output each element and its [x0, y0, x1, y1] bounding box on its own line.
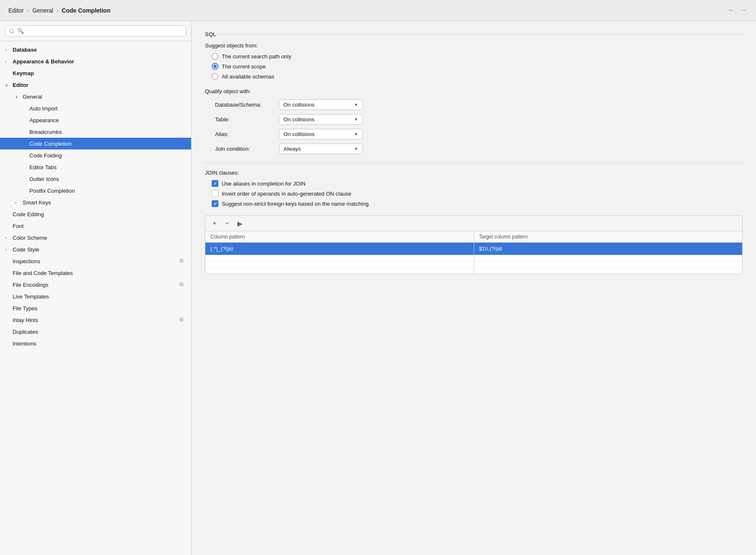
dropdown-alias[interactable]: On collisions ▼: [279, 129, 363, 139]
table-cell-target-pattern: $1\\.(?i)id: [474, 243, 742, 255]
sidebar-item-live-templates[interactable]: Live Templates: [0, 291, 191, 302]
search-box: [0, 21, 191, 41]
nav-tree: › Database › Appearance & Behavior Keyma…: [0, 41, 191, 555]
run-button[interactable]: ▶: [235, 218, 245, 228]
sidebar-item-code-style[interactable]: › Code Style: [0, 243, 191, 255]
content-area: SQL Suggest objects from: The current se…: [192, 21, 756, 555]
breadcrumb-current: Code Completion: [62, 7, 110, 14]
sidebar-item-label: Inlay Hints: [13, 317, 38, 323]
checkbox-checked: [212, 200, 218, 207]
checkbox-use-aliases[interactable]: Use aliases in completion for JOIN: [212, 180, 743, 187]
search-input[interactable]: [5, 25, 186, 37]
radio-all-schemas[interactable]: All available schemas: [212, 73, 743, 80]
field-label-database-schema: Database/Schema:: [215, 102, 274, 108]
table-row[interactable]: (.*)_(?i)id $1\\.(?i)id: [205, 243, 742, 255]
sidebar-item-smart-keys[interactable]: › Smart Keys: [0, 196, 191, 208]
sidebar-item-postfix-completion[interactable]: Postfix Completion: [0, 185, 191, 196]
checkbox-suggest-foreign-keys[interactable]: Suggest non-strict foreign keys based on…: [212, 200, 743, 207]
dropdown-table[interactable]: On collisions ▼: [279, 114, 363, 125]
checkbox-invert-order[interactable]: Invert order of operands in auto-generat…: [212, 190, 743, 197]
sidebar-item-database[interactable]: › Database: [0, 44, 191, 55]
checkbox-label: Invert order of operands in auto-generat…: [222, 191, 352, 197]
main-layout: › Database › Appearance & Behavior Keyma…: [0, 21, 756, 555]
sidebar-item-general[interactable]: ∨ General: [0, 91, 191, 102]
sidebar-item-label: Color Scheme: [13, 235, 47, 241]
radio-circle: [212, 53, 218, 60]
remove-row-button[interactable]: −: [222, 218, 232, 228]
qualify-label: Qualify object with:: [205, 88, 743, 94]
sidebar-item-label: Breadcrumbs: [29, 129, 62, 135]
sidebar-item-auto-import[interactable]: Auto Import: [0, 102, 191, 114]
sidebar-item-label: Editor: [13, 82, 29, 88]
add-row-button[interactable]: +: [210, 218, 220, 228]
field-row-alias: Alias: On collisions ▼: [215, 129, 743, 139]
settings-icon: ⊞: [179, 317, 186, 323]
sidebar-item-breadcrumbs[interactable]: Breadcrumbs: [0, 126, 191, 138]
sidebar-item-color-scheme[interactable]: › Color Scheme: [0, 232, 191, 243]
sidebar-item-label: Intentions: [13, 340, 36, 347]
table-row-empty: [205, 255, 742, 262]
table-row-empty: [205, 262, 742, 268]
sidebar-item-label: Duplicates: [13, 329, 38, 335]
sidebar-item-code-editing[interactable]: Code Editing: [0, 208, 191, 220]
forward-arrow[interactable]: →: [740, 6, 748, 15]
sidebar-item-font[interactable]: Font: [0, 220, 191, 232]
nav-arrows: ← →: [727, 6, 748, 15]
sidebar-item-intentions[interactable]: Intentions: [0, 338, 191, 349]
checkbox-unchecked: [212, 190, 218, 197]
sidebar-item-code-completion[interactable]: Code Completion: [0, 138, 191, 149]
breadcrumb-sep-2: ›: [57, 7, 58, 13]
table-row-empty: [205, 268, 742, 274]
table-cell-empty: [205, 268, 474, 274]
sidebar-item-file-code-templates[interactable]: File and Code Templates: [0, 267, 191, 279]
dropdown-value: Always: [284, 146, 301, 152]
radio-circle-checked: [212, 63, 218, 70]
radio-current-scope[interactable]: The current scope: [212, 63, 743, 70]
chevron-right-icon: ›: [5, 247, 11, 252]
sidebar-item-label: Appearance & Behavior: [13, 58, 74, 65]
sidebar-item-inlay-hints[interactable]: Inlay Hints ⊞: [0, 314, 191, 326]
sidebar-item-gutter-icons[interactable]: Gutter Icons: [0, 173, 191, 185]
sidebar-item-label: Inspections: [13, 258, 40, 264]
breadcrumb-editor: Editor: [8, 7, 24, 14]
dropdown-database-schema[interactable]: On collisions ▼: [279, 99, 363, 110]
sidebar-item-file-encodings[interactable]: File Encodings ⊞: [0, 279, 191, 291]
sidebar-item-label: Database: [13, 47, 37, 53]
sidebar-item-code-folding[interactable]: Code Folding: [0, 149, 191, 161]
back-arrow[interactable]: ←: [727, 6, 735, 15]
column-header-target: Target column pattern: [474, 231, 742, 243]
table-cell-empty: [205, 255, 474, 262]
sidebar-item-keymap[interactable]: Keymap: [0, 67, 191, 79]
dropdown-join-condition[interactable]: Always ▼: [279, 144, 363, 154]
sidebar-item-label: File Encodings: [13, 282, 48, 288]
sidebar-item-file-types[interactable]: File Types: [0, 302, 191, 314]
chevron-right-icon: ›: [5, 47, 11, 52]
sidebar-item-editor-tabs[interactable]: Editor Tabs: [0, 161, 191, 173]
sidebar-item-label: Postfix Completion: [29, 188, 75, 194]
sidebar-item-label: Auto Import: [29, 105, 58, 112]
radio-label: The current scope: [222, 63, 266, 70]
radio-circle: [212, 73, 218, 80]
sidebar-item-appearance-behavior[interactable]: › Appearance & Behavior: [0, 55, 191, 67]
sidebar-item-label: Code Completion: [29, 141, 71, 147]
breadcrumb-sep-1: ›: [27, 7, 29, 13]
sidebar-item-editor[interactable]: ∨ Editor: [0, 79, 191, 91]
sidebar-item-appearance[interactable]: Appearance: [0, 114, 191, 126]
sidebar-item-inspections[interactable]: Inspections ⊞: [0, 255, 191, 267]
sidebar-item-duplicates[interactable]: Duplicates: [0, 326, 191, 338]
radio-label: The current search path only: [222, 53, 291, 60]
sidebar-item-label: Live Templates: [13, 293, 49, 300]
radio-current-search-path[interactable]: The current search path only: [212, 53, 743, 60]
checkbox-label: Suggest non-strict foreign keys based on…: [222, 201, 369, 207]
radio-group: The current search path only The current…: [212, 53, 743, 80]
sidebar-item-label: Keymap: [13, 70, 34, 76]
dropdown-value: On collisions: [284, 116, 315, 123]
join-section: JOIN clauses: Use aliases in completion …: [205, 170, 743, 207]
sidebar-item-label: Font: [13, 223, 24, 229]
settings-header: Editor › General › Code Completion ← →: [0, 0, 756, 21]
field-row-join-condition: Join condition: Always ▼: [215, 144, 743, 154]
checkbox-label: Use aliases in completion for JOIN: [222, 181, 305, 187]
sidebar-item-label: Code Editing: [13, 211, 44, 217]
chevron-down-icon: ∨: [15, 94, 21, 99]
chevron-down-icon: ▼: [354, 117, 358, 122]
